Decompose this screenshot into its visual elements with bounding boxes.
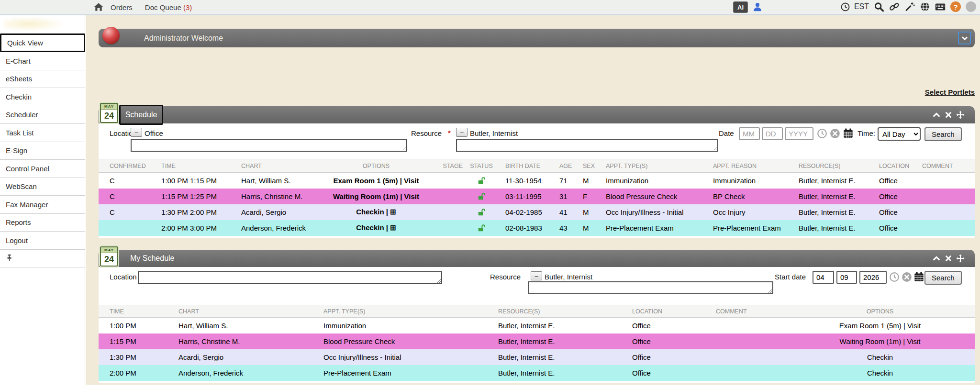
sidebar-item-quick-view[interactable]: Quick View xyxy=(0,33,85,52)
user-icon[interactable] xyxy=(752,2,763,12)
schedule-portlet: MAY 24 Schedule Location – Office Res xyxy=(99,106,975,238)
sidebar-item-task-list[interactable]: Task List xyxy=(0,124,85,142)
date-label: Date xyxy=(719,129,734,137)
wand-icon[interactable] xyxy=(904,1,915,12)
doc-queue-count: (3) xyxy=(183,3,192,11)
app-window: Orders Doc Queue (3) AI EST xyxy=(0,0,980,389)
options-links[interactable]: Checkin | ⊞ xyxy=(312,220,441,236)
sidebar-item-reports[interactable]: Reports xyxy=(0,214,85,232)
schedule-portlet-header: MAY 24 Schedule xyxy=(99,106,975,123)
date-mm-input[interactable] xyxy=(739,127,760,140)
status-circle-icon[interactable] xyxy=(966,1,976,12)
location-collapse-button[interactable]: – xyxy=(131,128,142,137)
red-sphere-icon xyxy=(102,27,120,44)
sidebar-item-webscan[interactable]: WebScan xyxy=(0,178,85,196)
table-row[interactable]: C 1:15 PM 1:25 PM Harris, Christine M. W… xyxy=(99,189,975,204)
clock-icon[interactable] xyxy=(840,1,851,12)
unlocked-icon xyxy=(477,208,486,217)
close-portlet-icon[interactable] xyxy=(944,111,953,119)
link-icon[interactable] xyxy=(889,1,900,12)
options-links[interactable]: Waiting Room (1m) | Visit xyxy=(785,333,975,349)
app-logo xyxy=(4,16,66,32)
sidebar-item-e-chart[interactable]: E-Chart xyxy=(0,52,85,70)
collapse-portlet-icon[interactable] xyxy=(932,111,941,119)
options-links[interactable]: Checkin xyxy=(785,365,975,381)
my-schedule-table-header: TIME CHART APPT. TYPE(S) RESOURCE(S) LOC… xyxy=(99,305,975,318)
start-date-dd-input[interactable] xyxy=(836,271,857,284)
help-icon[interactable]: ? xyxy=(950,1,961,12)
my-schedule-table: TIME CHART APPT. TYPE(S) RESOURCE(S) LOC… xyxy=(99,305,975,381)
my-schedule-portlet: MAY 24 My Schedule Location Resource – B… xyxy=(99,250,975,383)
location-value: Office xyxy=(145,129,163,137)
chevron-down-icon xyxy=(961,34,969,42)
collapse-portlet-icon[interactable] xyxy=(932,254,941,263)
sidebar-item-esheets[interactable]: eSheets xyxy=(0,70,85,89)
keyboard-icon[interactable] xyxy=(935,1,946,12)
home-icon[interactable] xyxy=(93,2,104,12)
resource-label: Resource xyxy=(411,129,442,137)
sidebar-item-e-sign[interactable]: E-Sign xyxy=(0,142,85,160)
schedule-search-button[interactable]: Search xyxy=(924,127,962,141)
options-links[interactable]: Checkin | ⊞ xyxy=(312,204,441,220)
search-icon[interactable] xyxy=(874,1,884,12)
calendar-picker-icon[interactable] xyxy=(843,128,853,138)
calendar-picker-icon[interactable] xyxy=(913,271,924,282)
resource-value: Butler, Internist xyxy=(545,273,592,281)
welcome-collapse-button[interactable] xyxy=(958,32,971,44)
sidebar: Quick View E-Chart eSheets Checkin Sched… xyxy=(0,15,85,389)
pushpin-icon xyxy=(6,254,13,263)
location-input[interactable] xyxy=(138,271,442,284)
sidebar-pin-button[interactable] xyxy=(0,250,85,268)
globe-icon[interactable] xyxy=(920,1,930,12)
nav-orders[interactable]: Orders xyxy=(111,3,133,11)
schedule-title-focus-box: Schedule xyxy=(119,105,163,125)
time-label: Time: xyxy=(858,129,875,137)
resource-textarea[interactable] xyxy=(528,281,773,294)
sidebar-item-scheduler[interactable]: Scheduler xyxy=(0,106,85,124)
table-row[interactable]: C 1:30 PM 2:00 PM Acardi, Sergio Checkin… xyxy=(99,204,975,220)
calendar-badge-icon: MAY 24 xyxy=(100,246,118,267)
clear-date-icon[interactable] xyxy=(902,272,912,282)
my-schedule-portlet-header: MAY 24 My Schedule xyxy=(99,250,975,267)
sidebar-menu: Quick View E-Chart eSheets Checkin Sched… xyxy=(0,33,85,267)
table-row[interactable]: 1:15 PM Harris, Christine M. Blood Press… xyxy=(99,333,975,349)
move-portlet-icon[interactable] xyxy=(956,111,965,119)
close-portlet-icon[interactable] xyxy=(944,254,953,263)
ai-badge[interactable]: AI xyxy=(733,1,748,13)
date-yyyy-input[interactable] xyxy=(785,127,813,140)
table-row[interactable]: 1:30 PM Acardi, Sergio Occ Injury/Illnes… xyxy=(99,349,975,365)
sidebar-item-checkin[interactable]: Checkin xyxy=(0,88,85,106)
move-portlet-icon[interactable] xyxy=(956,254,965,263)
resource-collapse-button[interactable]: – xyxy=(531,271,542,280)
select-portlets-link[interactable]: Select Portlets xyxy=(925,88,975,96)
start-date-mm-input[interactable] xyxy=(813,271,834,284)
options-links[interactable]: Exam Room 1 (5m) | Visit xyxy=(312,173,441,189)
location-label: Location xyxy=(110,273,137,281)
date-dd-input[interactable] xyxy=(762,127,783,140)
options-links[interactable]: Waiting Room (1m) | Visit xyxy=(312,189,441,204)
my-schedule-search-button[interactable]: Search xyxy=(924,271,962,285)
options-links[interactable]: Checkin xyxy=(785,349,975,365)
sidebar-item-control-panel[interactable]: Control Panel xyxy=(0,160,85,178)
options-links[interactable]: Exam Room 1 (5m) | Visit xyxy=(785,318,975,333)
sidebar-item-logout[interactable]: Logout xyxy=(0,232,85,250)
time-picker-icon[interactable] xyxy=(817,128,827,139)
timezone-label: EST xyxy=(854,2,869,11)
location-textarea[interactable] xyxy=(131,139,407,152)
table-row[interactable]: 2:00 PM Anderson, Frederick Pre-Placemen… xyxy=(99,365,975,381)
time-picker-icon[interactable] xyxy=(889,272,900,282)
sidebar-item-fax-manager[interactable]: Fax Manager xyxy=(0,196,85,214)
start-date-yyyy-input[interactable] xyxy=(859,271,887,284)
resource-textarea[interactable] xyxy=(456,139,718,152)
required-asterisk: * xyxy=(448,129,451,137)
my-schedule-title: My Schedule xyxy=(130,250,175,267)
table-row[interactable]: 2:00 PM 3:00 PM Anderson, Frederick Chec… xyxy=(99,220,975,236)
clear-date-icon[interactable] xyxy=(830,128,840,139)
table-row[interactable]: 1:00 PM Hart, William S. Immunization Bu… xyxy=(99,318,975,333)
time-select[interactable]: All Day xyxy=(878,127,921,141)
schedule-table-header: CONFIRMED TIME CHART OPTIONS STAGE STATU… xyxy=(99,159,975,173)
resource-collapse-button[interactable]: – xyxy=(456,128,468,137)
top-nav: Orders Doc Queue (3) xyxy=(111,3,192,11)
table-row[interactable]: C 1:00 PM 1:15 PM Hart, William S. Exam … xyxy=(99,173,975,189)
nav-doc-queue[interactable]: Doc Queue (3) xyxy=(145,3,192,11)
